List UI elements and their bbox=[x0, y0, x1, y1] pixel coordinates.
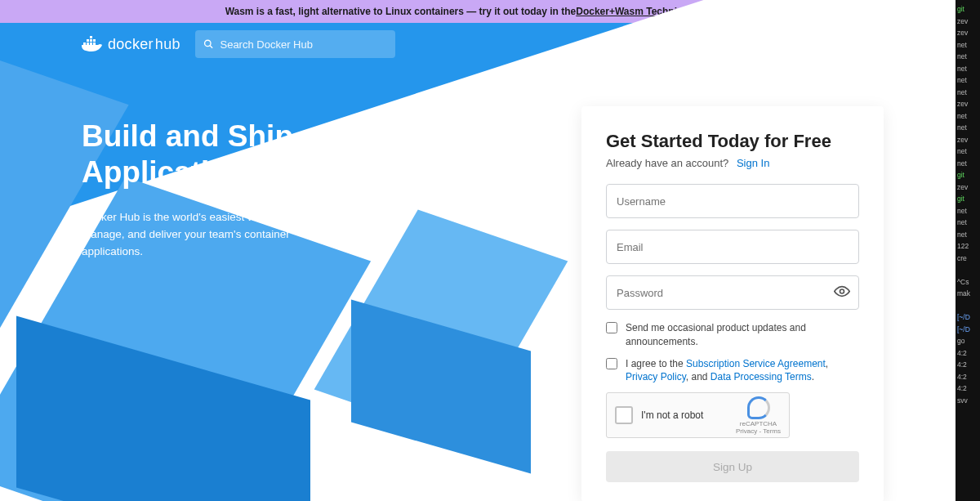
brand-name-thin: hub bbox=[155, 36, 180, 53]
username-input[interactable] bbox=[617, 195, 849, 208]
signup-button[interactable]: Sign Up bbox=[606, 451, 859, 482]
email-input[interactable] bbox=[617, 241, 849, 253]
svg-rect-5 bbox=[90, 39, 92, 42]
svg-rect-1 bbox=[87, 42, 89, 45]
agree-checkbox[interactable] bbox=[606, 358, 617, 369]
recaptcha[interactable]: I'm not a robot reCAPTCHA Privacy - Term… bbox=[606, 392, 790, 438]
search-box[interactable] bbox=[195, 30, 395, 58]
email-field[interactable] bbox=[606, 230, 859, 264]
recaptcha-badge: reCAPTCHA Privacy - Terms bbox=[736, 396, 781, 435]
link-ssa[interactable]: Subscription Service Agreement bbox=[686, 358, 826, 369]
updates-checkbox-row[interactable]: Send me occasional product updates and a… bbox=[606, 321, 859, 349]
nav-pricing[interactable]: Pricing bbox=[660, 38, 693, 51]
hero-subtitle: Docker Hub is the world's easiest way to… bbox=[82, 209, 351, 261]
search-icon bbox=[203, 38, 214, 50]
svg-rect-6 bbox=[93, 39, 96, 42]
svg-point-8 bbox=[204, 40, 210, 46]
top-nav: docker hub Explore Pricing Sign In Regis… bbox=[0, 23, 956, 65]
close-icon[interactable]: ✕ bbox=[935, 3, 947, 18]
banner-text: Wasm is a fast, light alternative to Lin… bbox=[225, 6, 577, 17]
svg-point-10 bbox=[840, 289, 844, 293]
hero-title: Build and Ship any Application Anywhere bbox=[82, 119, 457, 190]
username-field[interactable] bbox=[606, 184, 859, 218]
updates-checkbox[interactable] bbox=[606, 322, 617, 333]
brand-logo[interactable]: docker hub bbox=[82, 36, 180, 53]
signup-card: Get Started Today for Free Already have … bbox=[581, 106, 884, 501]
password-input[interactable] bbox=[617, 287, 849, 299]
hero: Build and Ship any Application Anywhere … bbox=[0, 65, 457, 261]
toggle-visibility-icon[interactable] bbox=[834, 284, 850, 302]
recaptcha-label: I'm not a robot bbox=[641, 409, 703, 421]
recaptcha-checkbox[interactable] bbox=[615, 406, 633, 424]
brand-name-bold: docker bbox=[108, 36, 154, 53]
svg-rect-0 bbox=[83, 42, 86, 45]
recaptcha-icon bbox=[747, 396, 770, 419]
signin-link[interactable]: Sign In bbox=[737, 157, 769, 169]
nav-explore[interactable]: Explore bbox=[604, 38, 642, 51]
password-field[interactable] bbox=[606, 275, 859, 310]
docker-whale-icon bbox=[82, 36, 103, 52]
terminal-strip: git zev zev net net net net net zev net … bbox=[956, 0, 980, 501]
already-row: Already have an account? Sign In bbox=[606, 157, 859, 169]
nav-signin[interactable]: Sign In bbox=[711, 38, 746, 51]
register-button[interactable]: Register bbox=[764, 31, 874, 58]
svg-rect-4 bbox=[87, 39, 89, 42]
svg-rect-3 bbox=[93, 42, 96, 45]
signup-title: Get Started Today for Free bbox=[606, 131, 859, 152]
svg-rect-2 bbox=[90, 42, 92, 45]
link-privacy[interactable]: Privacy Policy bbox=[626, 371, 686, 382]
svg-rect-7 bbox=[90, 36, 92, 38]
link-dpt[interactable]: Data Processing Terms bbox=[710, 371, 812, 382]
banner-link[interactable]: Docker+Wasm Technical Preview bbox=[576, 6, 730, 17]
svg-line-9 bbox=[210, 46, 212, 48]
agree-checkbox-row[interactable]: I agree to the Subscription Service Agre… bbox=[606, 357, 859, 385]
search-input[interactable] bbox=[220, 38, 386, 51]
promo-banner: Wasm is a fast, light alternative to Lin… bbox=[0, 0, 956, 23]
